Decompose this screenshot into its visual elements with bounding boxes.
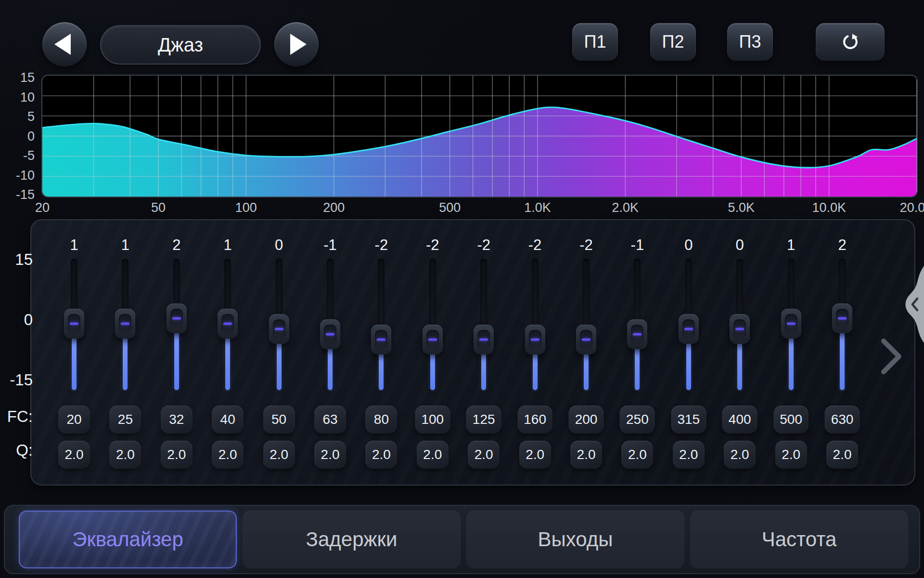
x-tick-label: 100 <box>235 200 257 215</box>
band-q-button[interactable]: 2.0 <box>417 441 449 469</box>
thumb-dash-icon <box>531 339 539 341</box>
band-fc-button[interactable]: 50 <box>263 406 295 434</box>
previous-preset-button[interactable] <box>42 22 87 66</box>
slider-fill <box>533 352 538 390</box>
band-gain-value: -1 <box>612 236 663 254</box>
x-tick-label: 10.0K <box>812 200 846 215</box>
slider-thumb[interactable] <box>525 325 545 355</box>
slider-fill <box>481 352 486 390</box>
slider-thumb[interactable] <box>320 319 340 349</box>
y-tick-label: 10 <box>3 90 35 105</box>
band-q-button[interactable]: 2.0 <box>365 441 397 469</box>
band-q-button[interactable]: 2.0 <box>673 441 705 469</box>
band-fc-button[interactable]: 20 <box>58 406 90 434</box>
eq-band-column: -12502.0 <box>612 220 663 485</box>
x-tick-label: 500 <box>439 200 461 215</box>
tab-frequency[interactable]: Частота <box>690 511 908 568</box>
slider-fill <box>686 342 691 390</box>
thumb-dash-icon <box>172 317 181 320</box>
band-fc-button[interactable]: 630 <box>825 406 860 434</box>
slider-thumb[interactable] <box>679 314 699 344</box>
band-q-button[interactable]: 2.0 <box>212 441 244 469</box>
eq-response-graph <box>41 75 918 197</box>
preset-memory-3-button[interactable]: П3 <box>727 23 773 61</box>
band-q-button[interactable]: 2.0 <box>314 441 346 469</box>
slider-fill <box>840 331 845 390</box>
band-q-button[interactable]: 2.0 <box>775 441 807 469</box>
preset-memory-1-button[interactable]: П1 <box>572 23 618 61</box>
band-fc-button[interactable]: 25 <box>109 406 141 434</box>
tab-outputs[interactable]: Выходы <box>466 511 684 568</box>
slider-thumb[interactable] <box>115 309 135 339</box>
reset-button[interactable] <box>816 23 885 61</box>
band-q-button[interactable]: 2.0 <box>109 441 141 469</box>
thumb-dash-icon <box>377 339 385 341</box>
band-q-button[interactable]: 2.0 <box>468 441 500 469</box>
slider-thumb[interactable] <box>423 325 443 355</box>
band-fc-button[interactable]: 125 <box>466 406 501 434</box>
thumb-dash-icon <box>275 328 283 330</box>
slider-thumb[interactable] <box>832 303 852 333</box>
band-fc-button[interactable]: 80 <box>365 406 397 434</box>
bottom-tab-bar: ЭквалайзерЗадержкиВыходыЧастота <box>4 505 920 574</box>
side-panel-handle[interactable] <box>898 266 924 343</box>
y-tick-label: -5 <box>3 148 35 163</box>
band-q-button[interactable]: 2.0 <box>161 441 192 469</box>
tab-delays[interactable]: Задержки <box>243 511 461 568</box>
thumb-dash-icon <box>479 339 488 341</box>
band-fc-button[interactable]: 63 <box>314 406 346 434</box>
slider-thumb[interactable] <box>371 325 391 355</box>
band-gain-value: -2 <box>510 236 561 254</box>
band-fc-button[interactable]: 500 <box>773 406 808 434</box>
eq-band-column: 03152.0 <box>663 220 714 485</box>
thumb-dash-icon <box>838 317 847 320</box>
band-q-button[interactable]: 2.0 <box>263 441 295 469</box>
band-fc-button[interactable]: 100 <box>415 406 450 434</box>
band-fc-button[interactable]: 32 <box>161 406 192 434</box>
band-q-button[interactable]: 2.0 <box>621 441 653 469</box>
band-fc-button[interactable]: 200 <box>569 406 604 434</box>
eq-band-column: 04002.0 <box>714 220 765 485</box>
band-q-button[interactable]: 2.0 <box>724 441 756 469</box>
band-q-button[interactable]: 2.0 <box>58 441 90 469</box>
slider-thumb[interactable] <box>218 309 238 339</box>
band-q-button[interactable]: 2.0 <box>826 441 858 469</box>
eq-band-column: 26302.0 <box>817 220 868 485</box>
tab-equalizer[interactable]: Эквалайзер <box>19 511 237 568</box>
band-fc-button[interactable]: 250 <box>620 406 655 434</box>
eq-band-column: 15002.0 <box>766 220 817 485</box>
slider-thumb[interactable] <box>781 309 801 339</box>
eq-band-column: 0502.0 <box>254 220 305 485</box>
eq-band-column: 1252.0 <box>100 220 151 485</box>
slider-thumb[interactable] <box>627 319 647 349</box>
preset-name-display[interactable]: Джаз <box>100 25 261 65</box>
slider-fill <box>277 342 282 390</box>
eq-band-column: -22002.0 <box>561 220 612 485</box>
band-gain-value: 2 <box>151 236 202 254</box>
next-bands-button[interactable] <box>878 337 905 376</box>
eq-band-column: -21002.0 <box>407 220 458 485</box>
preset-memory-2-button[interactable]: П2 <box>650 23 696 61</box>
band-q-button[interactable]: 2.0 <box>519 441 551 469</box>
band-gain-value: 2 <box>817 236 868 254</box>
band-q-button[interactable]: 2.0 <box>570 441 602 469</box>
band-fc-button[interactable]: 400 <box>722 406 757 434</box>
slider-fill <box>379 352 384 390</box>
band-fc-button[interactable]: 315 <box>671 406 706 434</box>
slider-thumb[interactable] <box>730 314 750 344</box>
band-fc-button[interactable]: 40 <box>212 406 244 434</box>
band-gain-value: 1 <box>202 236 253 254</box>
eq-band-column: -2802.0 <box>356 220 407 485</box>
band-gain-value: -2 <box>458 236 509 254</box>
slider-thumb[interactable] <box>64 309 84 339</box>
slider-thumb[interactable] <box>474 325 494 355</box>
thumb-dash-icon <box>326 333 334 336</box>
band-gain-value: 1 <box>766 236 817 254</box>
slider-thumb[interactable] <box>167 303 187 333</box>
slider-thumb[interactable] <box>269 314 289 344</box>
next-preset-button[interactable] <box>274 22 319 66</box>
band-fc-button[interactable]: 160 <box>517 406 552 434</box>
slider-thumb[interactable] <box>576 325 596 355</box>
thumb-dash-icon <box>223 323 232 325</box>
y-tick-label: 0 <box>3 129 35 144</box>
